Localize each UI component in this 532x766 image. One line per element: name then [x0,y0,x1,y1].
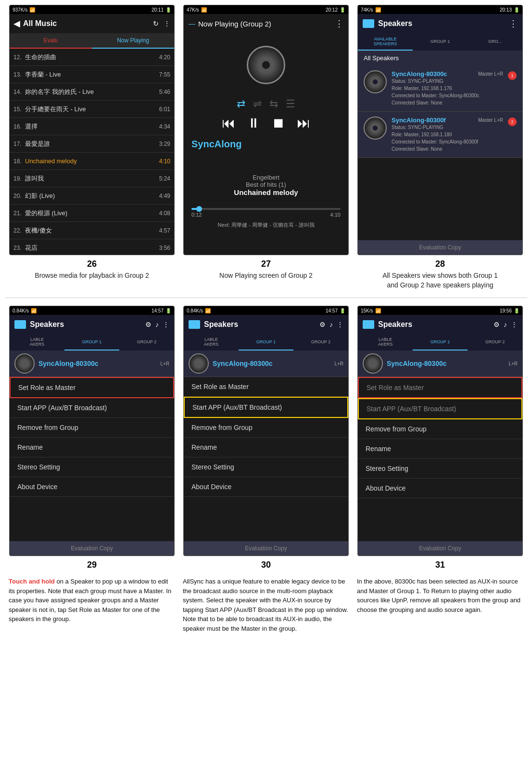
s31-menu-rename[interactable]: Rename [358,439,522,459]
s27-more-icon[interactable]: ⋮ [335,18,343,29]
list-item[interactable]: 19. 誰叫我 5:24 [10,170,174,187]
s27-prev-icon[interactable]: ⏮ [222,115,235,131]
s26-refresh-icon[interactable]: ↻ [153,20,159,27]
s30-menu-rename[interactable]: Rename [184,438,348,457]
s29-menu-remove[interactable]: Remove from Group [10,418,174,438]
s29-menu-rename[interactable]: Rename [10,438,174,457]
s27-playlist-icon[interactable]: ☰ [286,98,295,110]
s30-settings-icon[interactable]: ⚙ [319,321,326,328]
s30-tab-group2[interactable]: GROUP 2 [293,334,348,351]
s29-speaker-row[interactable]: SyncAlong-80300c L+R [10,351,174,377]
list-item[interactable]: 12. 生命的插曲 4:20 [10,49,174,66]
screen-30-cell: 0.84K/s 📶 14:57 🔋 Speakers ⚙ ♪ ⋮ [179,306,353,572]
s30-menu-set-role[interactable]: Set Role as Master [184,377,348,397]
s26-wifi-icon: 📶 [29,7,35,13]
s27-repeat-icon[interactable]: ⇆ [269,98,278,110]
s29-title: Speakers [30,320,145,329]
s30-menu-start-app[interactable]: Start APP (Aux/BT Broadcast) [184,397,348,418]
s26-tab-evalu[interactable]: Evalu [10,33,92,49]
s31-tab-group2[interactable]: GROUP 2 [468,334,522,351]
s27-progress-knob[interactable] [196,206,202,212]
s27-shuffle-icon[interactable]: ⇄ [237,98,245,110]
s28-speaker-item-2[interactable]: SyncAlong-80300f Master L+R Status: SYNC… [358,112,522,158]
s28-tab-available[interactable]: AVAILABLESPEAKERS [358,33,413,51]
list-item[interactable]: 20. 幻影 (Live) 4:49 [10,187,174,205]
s27-progress-bar[interactable] [191,208,341,210]
song-num: 14. [13,89,25,95]
s30-eval-footer: Evaluation Copy [184,541,348,556]
s31-tab-available[interactable]: LABLEAKERS [358,334,413,351]
s30-speaker-name: SyncAlong-80300c [213,360,273,367]
s27-progress-area[interactable]: 0:12 4:10 [184,208,348,218]
s31-menu-remove[interactable]: Remove from Group [358,419,522,439]
s27-title: Now Playing (Group 2) [198,20,335,28]
s30-wifi-icon: 📶 [205,308,211,313]
list-item[interactable]: 17. 最愛是誰 3:29 [10,135,174,153]
s29-speaker-name: SyncAlong-80300c [38,360,99,367]
s27-play-pause-icon[interactable]: ⏸ [247,115,260,131]
s28-app-icon [363,19,374,28]
s28-status-left: 74K/s 📶 [361,7,381,13]
s31-tab-group1[interactable]: GROUP 1 [413,334,468,351]
s26-tab-nowplaying[interactable]: Now Playing [92,33,174,49]
s30-menu-about[interactable]: About Device [184,477,348,497]
list-item[interactable]: 16. 選擇 4:34 [10,118,174,135]
list-item[interactable]: 15. 分手總要在雨天 - Live 6:01 [10,101,174,118]
s30-menu-stereo[interactable]: Stereo Setting [184,457,348,477]
screen-29-frame: 0.84K/s 📶 14:57 🔋 Speakers ⚙ ♪ ⋮ [9,306,175,556]
s31-menu-about[interactable]: About Device [358,479,522,498]
s29-tab-group1[interactable]: GROUP 1 [64,334,119,351]
screen-29-cell: 0.84K/s 📶 14:57 🔋 Speakers ⚙ ♪ ⋮ [5,306,179,572]
s31-music-icon[interactable]: ♪ [504,321,507,328]
s30-status-right: 14:57 🔋 [326,308,345,313]
s31-settings-icon[interactable]: ⚙ [494,321,500,328]
screen-30-frame: 0.84K/s 📶 14:57 🔋 Speakers ⚙ ♪ ⋮ [183,306,349,556]
s31-menu-stereo[interactable]: Stereo Setting [358,459,522,479]
list-item[interactable]: 22. 夜機/傻女 4:57 [10,222,174,239]
list-item[interactable]: 13. 李香蘭 - Live 7:55 [10,66,174,83]
s31-more-icon[interactable]: ⋮ [511,321,518,328]
s26-back-icon[interactable]: ◀ [13,18,20,29]
s30-music-icon[interactable]: ♪ [329,321,333,328]
s29-menu-about[interactable]: About Device [10,477,174,497]
s29-tab-group2[interactable]: GROUP 2 [119,334,174,351]
list-item[interactable]: 14. 妳的名字 我的姓氏 - Live 5:46 [10,83,174,101]
song-title: 花店 [25,244,159,252]
page-container: 937K/s 📶 20:11 🔋 ◀ All Music ↻ ⋮ [0,0,532,643]
s28-speaker-info-1: SyncAlong-80300c Master L+R Status: SYNC… [392,70,503,106]
s29-menu-set-role[interactable]: Set Role as Master [10,377,174,398]
list-item[interactable]: 21. 愛的根源 (Live) 4:08 [10,205,174,222]
s28-speaker-item-1[interactable]: SyncAlong-80300c Master L+R Status: SYNC… [358,65,522,112]
s29-menu-stereo[interactable]: Stereo Setting [10,457,174,477]
s27-status-left: 47K/s 📶 [187,7,207,13]
s31-menu-start-app[interactable]: Start APP (Aux/BT Broadcast) [358,398,522,419]
s28-tab-group2[interactable]: GRO... [468,33,522,51]
s27-wifi-icon: 📶 [201,7,207,13]
song-title: 幻影 (Live) [25,192,159,200]
list-item[interactable]: 18. Unchained melody 4:10 [10,153,174,170]
s28-tab-group1[interactable]: GROUP 1 [413,33,468,51]
s30-speaker-badge: L+R [334,361,343,366]
s31-header: Speakers ⚙ ♪ ⋮ [358,315,522,334]
s29-settings-icon[interactable]: ⚙ [145,321,152,328]
s30-speaker-avatar [189,353,209,374]
list-item[interactable]: 23. 花店 3:56 [10,239,174,255]
s28-speaker-role-2: Master L+R [478,117,503,123]
s28-more-icon[interactable]: ⋮ [509,18,518,29]
s29-tab-available[interactable]: LABLEAKERS [10,334,64,351]
s27-crossfade-icon[interactable]: ⇌ [253,98,262,110]
s30-tab-group1[interactable]: GROUP 1 [239,334,293,351]
s29-menu-start-app[interactable]: Start APP (Aux/BT Broadcast) [10,398,174,418]
s29-music-icon[interactable]: ♪ [155,321,159,328]
s31-speaker-row[interactable]: SyncAlong-80300c L+R [358,351,522,377]
s30-more-icon[interactable]: ⋮ [337,321,343,328]
s26-more-icon[interactable]: ⋮ [164,20,170,27]
s27-next-icon[interactable]: ⏭ [297,115,310,131]
s27-stop-icon[interactable]: ⏹ [272,115,285,131]
s31-menu-set-role[interactable]: Set Role as Master [358,377,522,398]
s29-more-icon[interactable]: ⋮ [163,321,169,328]
s30-speaker-row[interactable]: SyncAlong-80300c L+R [184,351,348,377]
s27-back-icon[interactable]: — [189,20,195,27]
s30-menu-remove[interactable]: Remove from Group [184,418,348,438]
s30-tab-available[interactable]: LABLEAKERS [184,334,239,351]
